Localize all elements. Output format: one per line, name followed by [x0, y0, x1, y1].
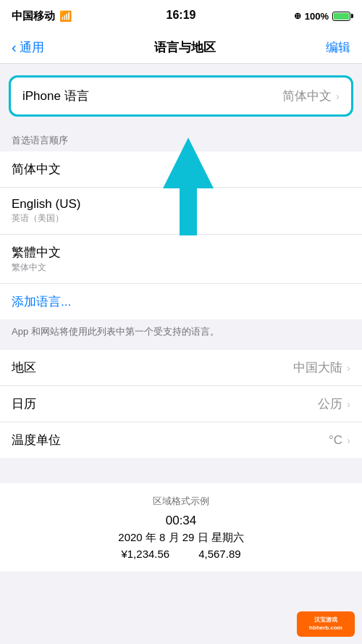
language-info-text: App 和网站将使用此列表中第一个受支持的语言。: [0, 319, 362, 350]
back-button[interactable]: ‹ 通用: [12, 39, 44, 56]
add-language-label: 添加语言...: [12, 293, 71, 310]
status-bar: 中国移动 📶 16:19 ⊕ 100%: [0, 0, 362, 32]
region-value-text: 中国大陆: [293, 359, 342, 376]
list-item[interactable]: 简体中文: [0, 151, 362, 188]
wifi-icon: 📶: [59, 10, 72, 22]
battery-percent: 100%: [305, 11, 329, 22]
region-value: 中国大陆 ›: [293, 359, 350, 376]
language-sub-en: 英语（美国）: [12, 212, 80, 225]
status-carrier: 中国移动 📶: [12, 9, 72, 23]
temperature-label: 温度单位: [12, 432, 61, 448]
chevron-right-icon: ›: [347, 361, 350, 374]
language-item-zhtw: 繁體中文 繁体中文: [12, 244, 61, 274]
language-item-en: English (US) 英语（美国）: [12, 197, 80, 225]
format-time: 00:34: [12, 514, 350, 528]
status-time: 16:19: [167, 9, 196, 22]
iphone-language-value: 简体中文 ›: [282, 88, 340, 104]
format-numbers: ¥1,234.56 4,567.89: [12, 548, 350, 560]
iphone-language-value-text: 简体中文: [282, 88, 332, 104]
calendar-value-text: 公历: [318, 396, 342, 412]
nav-title: 语言与地区: [154, 39, 216, 56]
calendar-row[interactable]: 日历 公历 ›: [0, 386, 362, 422]
watermark: 汉宝游戏hbherb.com: [297, 611, 355, 637]
iphone-language-row[interactable]: iPhone 语言 简体中文 ›: [11, 78, 351, 114]
language-name-zh: 简体中文: [12, 161, 61, 177]
region-settings-group: 地区 中国大陆 › 日历 公历 › 温度单位 °C ›: [0, 350, 362, 458]
iphone-language-section[interactable]: iPhone 语言 简体中文 ›: [9, 75, 353, 117]
preferred-languages-list: 简体中文 English (US) 英语（美国） 繁體中文 繁体中文 添加语言.…: [0, 151, 362, 319]
section-preferred-order: 首选语言顺序: [0, 128, 362, 151]
temperature-value-text: °C: [329, 433, 342, 448]
region-row[interactable]: 地区 中国大陆 ›: [0, 350, 362, 386]
chevron-right-icon: ›: [347, 398, 350, 410]
back-label: 通用: [20, 39, 44, 56]
language-item-zh: 简体中文: [12, 161, 61, 177]
format-number2: 4,567.89: [198, 548, 240, 560]
language-name-en: English (US): [12, 197, 80, 212]
chevron-right-icon: ›: [347, 434, 350, 446]
list-item[interactable]: 繁體中文 繁体中文: [0, 235, 362, 284]
charge-icon: ⊕: [294, 11, 301, 21]
nav-bar: ‹ 通用 语言与地区 编辑: [0, 32, 362, 64]
add-language-button[interactable]: 添加语言...: [0, 284, 362, 319]
status-right: ⊕ 100%: [294, 11, 350, 22]
calendar-value: 公历 ›: [318, 396, 350, 412]
temperature-row[interactable]: 温度单位 °C ›: [0, 422, 362, 458]
format-number1: ¥1,234.56: [121, 548, 169, 560]
edit-button[interactable]: 编辑: [326, 39, 350, 56]
temperature-value: °C ›: [329, 433, 350, 448]
language-name-zhtw: 繁體中文: [12, 244, 61, 261]
calendar-label: 日历: [12, 396, 36, 412]
list-item[interactable]: English (US) 英语（美国）: [0, 188, 362, 235]
region-label: 地区: [12, 359, 36, 376]
format-section-title: 区域格式示例: [12, 495, 350, 508]
format-example-section: 区域格式示例 00:34 2020 年 8 月 29 日 星期六 ¥1,234.…: [0, 483, 362, 572]
content-area: iPhone 语言 简体中文 › 首选语言顺序 简体中文 English (US…: [0, 64, 362, 644]
battery-fill: [334, 13, 349, 20]
back-chevron-icon: ‹: [12, 39, 17, 56]
watermark-text: 汉宝游戏hbherb.com: [309, 616, 342, 632]
chevron-right-icon: ›: [336, 90, 340, 102]
language-sub-zhtw: 繁体中文: [12, 262, 61, 274]
carrier-text: 中国移动: [12, 9, 55, 23]
iphone-language-label: iPhone 语言: [22, 88, 89, 104]
format-date: 2020 年 8 月 29 日 星期六: [12, 531, 350, 545]
battery-icon: [332, 12, 350, 21]
